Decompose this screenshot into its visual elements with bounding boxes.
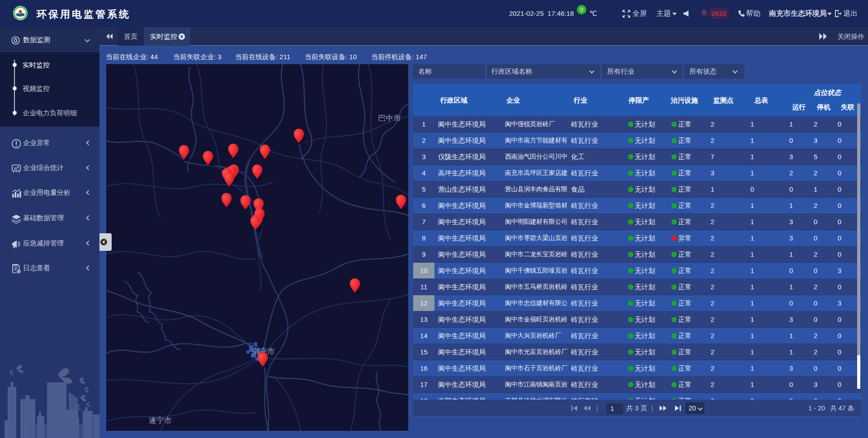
svg-text:遂宁市: 遂宁市 (149, 416, 172, 425)
svg-text:巴中市: 巴中市 (378, 114, 401, 122)
